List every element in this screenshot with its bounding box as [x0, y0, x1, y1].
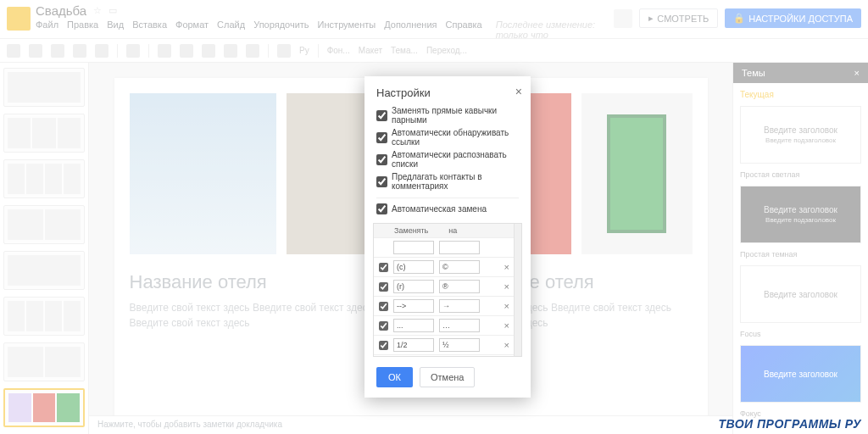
delete-row-icon[interactable]: × — [504, 301, 509, 311]
toolbar-background[interactable]: Фон... — [327, 46, 350, 55]
replace-from[interactable] — [393, 280, 434, 293]
thumb-5[interactable] — [3, 251, 85, 290]
thumb-1[interactable] — [3, 68, 85, 107]
menu-file[interactable]: Файл — [36, 19, 58, 40]
replace-from[interactable] — [393, 260, 434, 274]
comments-icon[interactable] — [614, 9, 632, 28]
opt-smart-quotes[interactable]: Заменять прямые кавычки парными — [376, 106, 519, 125]
opt-detect-lists[interactable]: Автоматически распознавать списки — [376, 150, 519, 169]
thumb-2[interactable] — [3, 114, 85, 153]
title-bar: Свадьба ☆ ▭ Файл Правка Вид Вставка Форм… — [0, 0, 868, 39]
print-icon[interactable] — [73, 44, 86, 58]
select-icon[interactable] — [158, 44, 171, 58]
theme-card-blue[interactable]: Введите заголовок — [740, 345, 861, 403]
slide-text-left[interactable]: Введите свой текст здесь Введите свой те… — [130, 300, 394, 331]
opt-detect-links[interactable]: Автоматически обнаруживать ссылки — [376, 128, 519, 147]
toolbar-theme[interactable]: Тема... — [391, 46, 418, 55]
share-button[interactable]: 🔒 НАСТРОЙКИ ДОСТУПА — [725, 8, 861, 28]
image-icon[interactable] — [202, 44, 215, 58]
thumb-4[interactable] — [3, 205, 85, 244]
app-logo — [7, 7, 31, 31]
theme-card-3[interactable]: Введите заголовок — [740, 265, 861, 323]
theme-label-light: Простая светлая — [740, 170, 861, 179]
folder-icon[interactable]: ▭ — [108, 5, 117, 16]
thumb-6[interactable] — [3, 297, 85, 336]
delete-row-icon[interactable]: × — [504, 262, 509, 272]
delete-row-icon[interactable]: × — [504, 320, 509, 331]
close-themes-icon[interactable]: × — [854, 68, 860, 78]
row-checkbox[interactable] — [379, 282, 388, 292]
menu-format[interactable]: Формат — [175, 19, 209, 40]
replace-table: Заменятьна ×××××× — [373, 223, 522, 357]
themes-panel: Темы× Текущая Введите заголовокВведите п… — [732, 63, 868, 434]
replace-to[interactable] — [439, 319, 480, 332]
dialog-title: Настройки — [376, 86, 431, 99]
table-row: × — [374, 335, 521, 354]
line-icon[interactable] — [246, 44, 259, 58]
replace-to[interactable] — [439, 280, 480, 293]
new-slide-icon[interactable] — [7, 44, 20, 58]
table-row: × — [374, 296, 521, 315]
menu-edit[interactable]: Правка — [67, 19, 98, 40]
row-checkbox[interactable] — [379, 341, 388, 350]
settings-dialog: Настройки × Заменять прямые кавычки парн… — [364, 76, 531, 398]
menu-insert[interactable]: Вставка — [132, 19, 167, 40]
ok-button[interactable]: ОК — [376, 367, 413, 387]
themes-title: Темы — [742, 68, 765, 78]
replace-from-input[interactable] — [393, 241, 434, 254]
theme-card-dark[interactable]: Введите заголовокВведите подзаголовок — [740, 186, 861, 243]
replace-from[interactable] — [393, 319, 434, 332]
paint-icon[interactable] — [95, 44, 108, 58]
star-icon[interactable]: ☆ — [93, 5, 102, 16]
speaker-notes[interactable]: Нажмите, чтобы добавить заметки докладчи… — [89, 415, 732, 434]
theme-card-current[interactable]: Введите заголовокВведите подзаголовок — [740, 106, 861, 164]
opt-suggest-contacts[interactable]: Предлагать контакты в комментариях — [376, 172, 519, 191]
toolbar-lang[interactable]: Ру — [299, 46, 309, 55]
replace-to[interactable] — [439, 299, 480, 313]
slide-thumbnails — [0, 63, 89, 434]
cancel-button[interactable]: Отмена — [420, 367, 475, 387]
image-building[interactable] — [130, 93, 276, 254]
menu-slide[interactable]: Слайд — [217, 19, 245, 40]
opt-auto-replace[interactable]: Автоматическая замена — [376, 203, 519, 214]
toolbar-transition[interactable]: Переход... — [426, 46, 467, 55]
delete-row-icon[interactable]: × — [504, 281, 509, 292]
replace-to[interactable] — [439, 260, 480, 274]
undo-icon[interactable] — [29, 44, 42, 58]
replace-from[interactable] — [393, 338, 434, 352]
row-checkbox[interactable] — [379, 321, 388, 331]
table-row: × — [374, 276, 521, 296]
menu-addons[interactable]: Дополнения — [384, 19, 437, 40]
replace-from[interactable] — [393, 299, 434, 313]
menu-view[interactable]: Вид — [107, 19, 124, 40]
present-button[interactable]: ▸ СМОТРЕТЬ — [639, 8, 718, 28]
col-replace: Заменять — [394, 226, 428, 235]
menu-tools[interactable]: Инструменты — [318, 19, 376, 40]
replace-to-input[interactable] — [439, 241, 480, 254]
comment-icon[interactable] — [277, 44, 291, 58]
image-door[interactable] — [581, 93, 692, 254]
menu-bar: Файл Правка Вид Вставка Формат Слайд Упо… — [36, 19, 609, 40]
textbox-icon[interactable] — [180, 44, 193, 58]
shape-icon[interactable] — [224, 44, 237, 58]
toolbar-layout[interactable]: Макет — [359, 46, 382, 55]
theme-label-dark: Простая темная — [740, 250, 861, 259]
redo-icon[interactable] — [51, 44, 64, 58]
slide-heading-left[interactable]: Название отеля — [130, 271, 394, 293]
theme-label-3: Focus — [740, 330, 861, 338]
table-row: × — [374, 315, 521, 335]
thumb-8[interactable] — [3, 388, 85, 427]
menu-arrange[interactable]: Упорядочить — [253, 19, 309, 40]
watermark: ТВОИ ПРОГРАММЫ РУ — [718, 417, 861, 431]
current-theme-label: Текущая — [740, 90, 861, 99]
zoom-icon[interactable] — [126, 44, 140, 58]
menu-help[interactable]: Справка — [446, 19, 482, 40]
thumb-7[interactable] — [3, 342, 85, 381]
document-title[interactable]: Свадьба — [36, 3, 86, 18]
close-icon[interactable]: × — [515, 85, 522, 98]
thumb-3[interactable] — [3, 159, 85, 198]
replace-to[interactable] — [439, 338, 480, 352]
delete-row-icon[interactable]: × — [504, 340, 509, 350]
row-checkbox[interactable] — [379, 302, 388, 311]
row-checkbox[interactable] — [379, 263, 388, 272]
